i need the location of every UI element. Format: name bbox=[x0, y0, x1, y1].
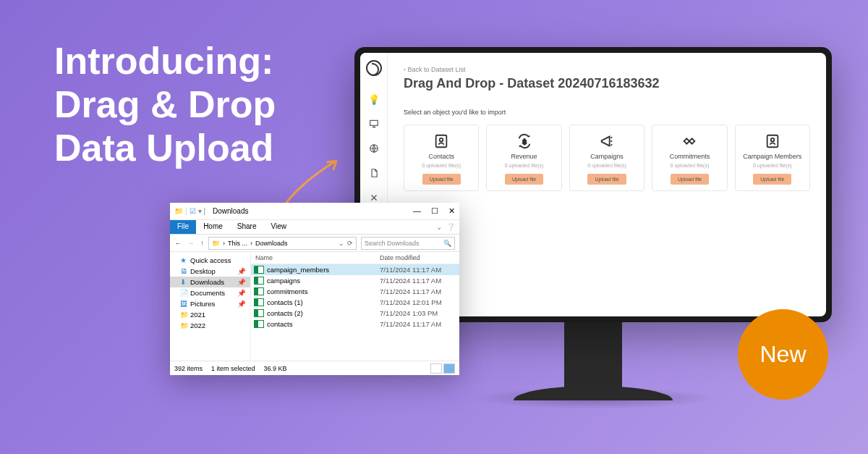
address-bar-row: ← → ↑ 📁 › This ... › Downloads ⌄ ⟳ Searc… bbox=[170, 235, 459, 252]
nav-2022[interactable]: 📁2022 bbox=[170, 320, 250, 331]
card-campaign-members[interactable]: Campaign Members 0 uploaded file(s) Uplo… bbox=[735, 125, 810, 191]
explorer-titlebar[interactable]: 📁 | ☑ ▾ | Downloads — ☐ ✕ bbox=[170, 203, 459, 220]
file-name: contacts (1) bbox=[267, 298, 380, 306]
tab-home[interactable]: Home bbox=[196, 220, 230, 234]
view-large-button[interactable] bbox=[443, 363, 455, 374]
ribbon-tabs: File Home Share View ⌄ ❔ bbox=[170, 220, 459, 235]
upload-button[interactable]: Upload file bbox=[505, 174, 543, 185]
upload-button[interactable]: Upload file bbox=[671, 174, 709, 185]
status-selection: 1 item selected bbox=[211, 365, 255, 372]
excel-file-icon bbox=[254, 309, 264, 317]
card-revenue[interactable]: $ Revenue 0 uploaded file(s) Upload file bbox=[486, 125, 561, 191]
globe-icon[interactable] bbox=[368, 143, 380, 154]
column-name[interactable]: Name bbox=[251, 254, 380, 261]
file-name: contacts bbox=[267, 320, 380, 328]
excel-file-icon bbox=[254, 287, 264, 295]
excel-file-icon bbox=[254, 277, 264, 285]
excel-file-icon bbox=[254, 320, 264, 328]
file-row[interactable]: commitments 7/11/2024 11:17 AM bbox=[251, 286, 459, 297]
folder-small-icon: 📁 bbox=[212, 240, 220, 247]
tab-share[interactable]: Share bbox=[230, 220, 264, 234]
breadcrumb-root[interactable]: This ... bbox=[228, 240, 247, 247]
badge-label: New bbox=[760, 341, 806, 368]
new-badge: New bbox=[738, 309, 828, 400]
tools-icon[interactable] bbox=[368, 192, 380, 203]
file-row[interactable]: campaign_members 7/11/2024 11:17 AM bbox=[251, 264, 459, 275]
svg-point-6 bbox=[771, 138, 775, 142]
column-date[interactable]: Date modified bbox=[380, 254, 459, 261]
card-title: Commitments bbox=[670, 153, 710, 160]
card-contacts[interactable]: Contacts 0 uploaded file(s) Upload file bbox=[404, 125, 479, 191]
file-name: contacts (2) bbox=[267, 309, 380, 317]
nav-desktop[interactable]: 🖥Desktop📌 bbox=[170, 266, 250, 277]
excel-file-icon bbox=[254, 266, 264, 274]
card-subtitle: 0 uploaded file(s) bbox=[422, 163, 461, 168]
card-subtitle: 0 uploaded file(s) bbox=[505, 163, 544, 168]
card-subtitle: 0 uploaded file(s) bbox=[671, 163, 710, 168]
document-icon[interactable] bbox=[368, 167, 380, 179]
checkbox-icon[interactable]: ☑ bbox=[190, 207, 196, 215]
nav-up-button[interactable]: ↑ bbox=[200, 239, 204, 247]
presentation-icon[interactable] bbox=[368, 118, 380, 130]
file-name: campaigns bbox=[267, 277, 380, 285]
file-date: 7/11/2024 11:17 AM bbox=[380, 277, 459, 285]
card-subtitle: 0 uploaded file(s) bbox=[753, 163, 792, 168]
file-date: 7/11/2024 1:03 PM bbox=[380, 309, 459, 317]
file-row[interactable]: contacts (1) 7/11/2024 12:01 PM bbox=[251, 297, 459, 308]
status-bar: 392 items 1 item selected 36.9 KB bbox=[170, 361, 459, 375]
breadcrumb-current[interactable]: Downloads bbox=[255, 240, 288, 247]
window-title: Downloads bbox=[213, 207, 248, 215]
contact-icon bbox=[433, 133, 449, 150]
qat-separator: | bbox=[185, 207, 187, 215]
card-commitments[interactable]: Commitments 0 uploaded file(s) Upload fi… bbox=[652, 125, 727, 191]
help-icon[interactable]: ❔ bbox=[446, 223, 455, 231]
nav-2021[interactable]: 📁2021 bbox=[170, 309, 250, 320]
nav-back-button[interactable]: ← bbox=[174, 239, 182, 247]
upload-button[interactable]: Upload file bbox=[587, 174, 626, 185]
tab-view[interactable]: View bbox=[264, 220, 294, 234]
excel-file-icon bbox=[254, 298, 264, 306]
upload-button[interactable]: Upload file bbox=[422, 174, 461, 185]
file-list-pane: Name Date modified campaign_members 7/11… bbox=[251, 252, 459, 361]
file-row[interactable]: campaigns 7/11/2024 11:17 AM bbox=[251, 275, 459, 286]
breadcrumb-chevron[interactable]: › bbox=[223, 240, 225, 247]
tab-file[interactable]: File bbox=[170, 220, 196, 234]
view-details-button[interactable] bbox=[430, 363, 442, 374]
app-logo-icon bbox=[366, 60, 382, 76]
card-campaigns[interactable]: Campaigns 0 uploaded file(s) Upload file bbox=[569, 125, 644, 191]
nav-pictures[interactable]: 🖼Pictures📌 bbox=[170, 298, 250, 309]
status-size: 36.9 KB bbox=[264, 365, 287, 372]
address-bar[interactable]: 📁 › This ... › Downloads ⌄ ⟳ bbox=[208, 237, 357, 250]
search-input[interactable]: Search Downloads 🔍 bbox=[361, 237, 455, 250]
address-dropdown-icon[interactable]: ⌄ bbox=[339, 240, 344, 247]
svg-rect-0 bbox=[370, 120, 378, 125]
import-instruction: Select an object you'd like to import bbox=[404, 109, 810, 116]
explorer-nav-pane: ★Quick access 🖥Desktop📌 ⬇Downloads📌 📄Doc… bbox=[170, 252, 251, 361]
close-button[interactable]: ✕ bbox=[448, 206, 455, 216]
minimize-button[interactable]: — bbox=[413, 206, 421, 216]
file-date: 7/11/2024 11:17 AM bbox=[380, 266, 459, 274]
megaphone-icon bbox=[599, 133, 615, 150]
members-icon bbox=[765, 133, 780, 150]
file-row[interactable]: contacts (2) 7/11/2024 1:03 PM bbox=[251, 308, 459, 319]
maximize-button[interactable]: ☐ bbox=[431, 206, 438, 216]
card-title: Campaign Members bbox=[743, 153, 801, 160]
file-list-header[interactable]: Name Date modified bbox=[251, 252, 459, 264]
lightbulb-icon[interactable]: 💡 bbox=[368, 93, 380, 105]
hero-line-3: Data Upload bbox=[54, 127, 276, 170]
refresh-icon[interactable]: ⟳ bbox=[347, 240, 353, 247]
nav-downloads[interactable]: ⬇Downloads📌 bbox=[170, 277, 250, 287]
nav-forward-button[interactable]: → bbox=[187, 239, 195, 247]
upload-button[interactable]: Upload file bbox=[753, 174, 791, 185]
file-name: campaign_members bbox=[267, 266, 380, 274]
breadcrumb-chevron[interactable]: › bbox=[250, 240, 252, 247]
file-name: commitments bbox=[267, 287, 380, 295]
card-title: Contacts bbox=[428, 153, 454, 160]
file-row[interactable]: contacts 7/11/2024 11:17 AM bbox=[251, 319, 459, 329]
nav-quick-access[interactable]: ★Quick access bbox=[170, 255, 250, 266]
chevron-down-icon[interactable]: ⌄ bbox=[436, 223, 442, 231]
hero-line-1: Introducing: bbox=[54, 40, 276, 83]
nav-documents[interactable]: 📄Documents📌 bbox=[170, 287, 250, 298]
back-link[interactable]: ‹ Back to Dataset List bbox=[404, 66, 810, 73]
svg-point-3 bbox=[440, 138, 443, 142]
